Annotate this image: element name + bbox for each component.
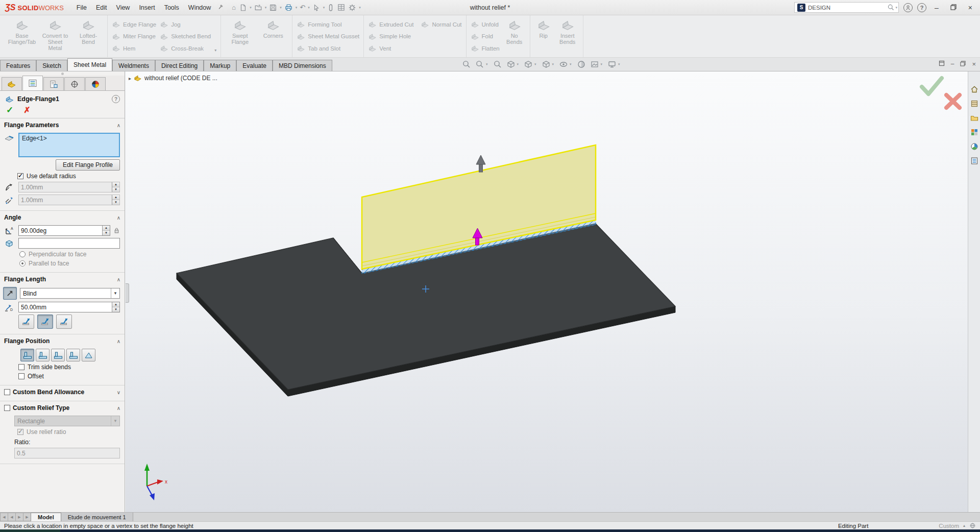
extruded-cut-button[interactable]: Extruded Cut (368, 19, 413, 30)
flange-position-header[interactable]: Flange Position ∧ (0, 334, 125, 347)
position-tangent-to-bend-button[interactable] (82, 349, 95, 361)
search-input[interactable]: DESIGN (808, 5, 830, 11)
forming-tool-button[interactable]: Forming Tool (297, 19, 359, 30)
unit-system-label[interactable]: Custom (939, 523, 959, 529)
tab-and-slot-button[interactable]: Tab and Slot (297, 43, 359, 54)
new-document-icon[interactable] (237, 2, 249, 14)
custom-relief-type-header[interactable]: Custom Relief Type ∧ (0, 401, 125, 414)
jog-button[interactable]: Jog (160, 19, 211, 30)
dropdown-arrow-icon[interactable]: ▾ (111, 288, 119, 298)
scroll-first-button[interactable]: ◀ (0, 513, 8, 521)
touch-mode-icon[interactable] (326, 2, 336, 14)
home-icon[interactable]: ⌂ (230, 2, 237, 14)
tab-mbd-dimensions[interactable]: MBD Dimensions (273, 60, 332, 71)
tab-direct-editing[interactable]: Direct Editing (155, 60, 204, 71)
no-bends-button[interactable]: No Bends (503, 16, 526, 56)
featuremanager-tree-tab[interactable] (2, 77, 22, 90)
flange-flyout-arrow[interactable]: ▾ (214, 48, 216, 54)
graphics-area[interactable]: ▸ without relief (CODE DE ... (126, 71, 968, 512)
settings-dropdown-arrow[interactable]: ▾ (359, 6, 361, 10)
unit-system-caret-icon[interactable]: ▴ (963, 523, 965, 528)
motion-study-tab[interactable]: Etude de mouvement 1 (61, 513, 133, 521)
lofted-bend-button[interactable]: Lofted-Bend (74, 16, 103, 56)
previous-view-icon[interactable] (492, 59, 504, 69)
appearances-icon[interactable] (970, 142, 979, 151)
flange-parameters-header[interactable]: Flange Parameters ∧ (0, 118, 125, 131)
dimxpertmanager-tab[interactable] (64, 77, 85, 90)
doc-minimize-icon[interactable]: – (951, 60, 954, 67)
cross-break-button[interactable]: Cross-Break (160, 43, 211, 54)
unfold-button[interactable]: Unfold (471, 19, 500, 30)
menu-edit[interactable]: Edit (91, 0, 112, 15)
file-explorer-icon[interactable] (970, 113, 979, 123)
flange-length-input[interactable] (19, 304, 112, 311)
custom-properties-icon[interactable] (970, 156, 979, 165)
collapse-chevron-icon[interactable]: ∧ (117, 215, 120, 221)
corners-button[interactable]: Corners (258, 16, 288, 56)
vent-button[interactable]: Vent (368, 43, 461, 54)
tab-weldments[interactable]: Weldments (112, 60, 155, 71)
edit-appearance-icon[interactable] (575, 59, 587, 69)
home-tab-icon[interactable] (970, 85, 979, 94)
propertymanager-tab[interactable] (22, 76, 43, 90)
collapse-chevron-icon[interactable]: ∧ (117, 405, 120, 411)
menu-tools[interactable]: Tools (160, 0, 184, 15)
panel-collapse-handle[interactable] (126, 283, 129, 303)
edge-selection-listbox[interactable]: Edge<1> (18, 133, 120, 157)
settings-gear-icon[interactable] (347, 2, 358, 14)
search-box[interactable]: S DESIGN ▾ (794, 2, 899, 13)
sheet-metal-gusset-button[interactable]: Sheet Metal Gusset (297, 31, 359, 42)
apply-scene-icon[interactable]: ▾ (589, 59, 605, 69)
tab-sketch[interactable]: Sketch (36, 60, 67, 71)
base-flange-tab-button[interactable]: Base Flange/Tab (7, 16, 37, 56)
flatten-button[interactable]: Flatten (471, 43, 500, 54)
use-default-radius-checkbox[interactable] (17, 173, 23, 179)
position-bend-outside-button[interactable] (51, 349, 65, 361)
fold-button[interactable]: Fold (471, 31, 500, 42)
design-library-icon[interactable] (970, 99, 979, 108)
edit-flange-profile-button[interactable]: Edit Flange Profile (56, 159, 120, 171)
help-icon[interactable]: ? (917, 3, 926, 12)
menu-insert[interactable]: Insert (134, 0, 159, 15)
account-icon[interactable] (903, 3, 913, 12)
cancel-button[interactable]: ✗ (23, 106, 30, 114)
display-style-icon[interactable]: ▾ (540, 59, 557, 69)
menu-file[interactable]: File (72, 0, 91, 15)
print-dropdown-arrow[interactable]: ▾ (296, 6, 298, 10)
face-selection-input[interactable] (19, 240, 119, 247)
simple-hole-button[interactable]: Simple Hole (368, 31, 461, 42)
menu-view[interactable]: View (112, 0, 135, 15)
search-dropdown-arrow[interactable]: ▾ (896, 6, 898, 10)
custom-relief-type-checkbox[interactable] (4, 405, 10, 411)
position-bend-from-virtual-sharp-button[interactable] (66, 349, 80, 361)
custom-bend-allowance-checkbox[interactable] (4, 389, 10, 395)
pm-help-icon[interactable]: ? (112, 95, 120, 103)
options-columns-icon[interactable] (336, 2, 347, 14)
collapse-chevron-icon[interactable]: ∧ (117, 123, 120, 128)
flange-length-spinner[interactable]: ▲▼ (112, 302, 119, 312)
scroll-last-button[interactable]: ▶ (23, 513, 31, 521)
model-tab[interactable]: Model (31, 513, 61, 521)
tab-features[interactable]: Features (0, 60, 36, 71)
tab-evaluate[interactable]: Evaluate (236, 60, 273, 71)
menu-window[interactable]: Window (184, 0, 215, 15)
dock-icon[interactable] (939, 59, 945, 68)
model-scene[interactable]: x (126, 71, 968, 512)
flange-length-field[interactable]: ▲▼ (18, 302, 120, 312)
tree-expand-arrow-icon[interactable]: ▸ (129, 76, 131, 81)
minimize-button[interactable]: – (931, 4, 942, 12)
zoom-to-area-icon[interactable]: ▾ (474, 59, 491, 69)
normal-cut-button[interactable]: Normal Cut (421, 19, 461, 30)
miter-flange-button[interactable]: Miter Flange (112, 31, 156, 42)
view-orientation-icon[interactable]: ▾ (522, 59, 539, 69)
configurationmanager-tab[interactable] (43, 77, 64, 90)
save-dropdown-arrow[interactable]: ▾ (280, 6, 282, 10)
hide-show-items-icon[interactable]: ▾ (557, 59, 574, 69)
collapse-chevron-icon[interactable]: ∧ (117, 338, 120, 344)
panel-splitter-grip[interactable] (0, 71, 125, 76)
hem-button[interactable]: Hem (112, 43, 156, 54)
custom-bend-allowance-header[interactable]: Custom Bend Allowance ∨ (0, 385, 125, 398)
angle-input[interactable] (19, 227, 102, 234)
undo-dropdown-arrow[interactable]: ▾ (308, 6, 310, 10)
print-icon[interactable] (283, 2, 295, 14)
